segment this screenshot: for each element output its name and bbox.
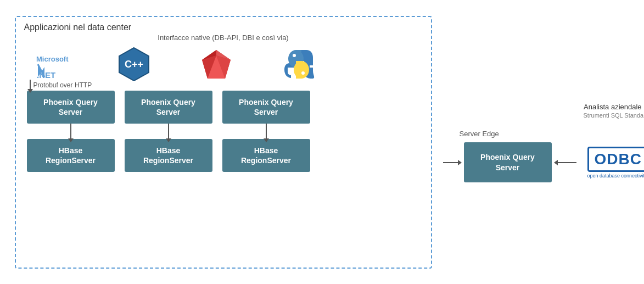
columns-area: Phoenix QueryServer HBaseRegionServer Ph… (24, 91, 423, 172)
server-edge-label: Server Edge (460, 130, 499, 138)
icons-row: Microsoft .NET C++ (24, 45, 423, 81)
diagram-container: Applicazioni nel data center Interfacce … (15, 8, 630, 277)
dotnet-icon-container: Microsoft .NET (30, 45, 74, 81)
svg-point-14 (293, 54, 296, 57)
arrow-col2 (168, 124, 169, 139)
native-label: Interfacce native (DB-API, DBI e così vi… (24, 34, 423, 42)
arrow-col3 (266, 124, 267, 139)
server-column-3: Phoenix QueryServer HBaseRegionServer (222, 91, 310, 172)
pqs-box-1: Phoenix QueryServer (27, 91, 115, 124)
cpp-icon-container: C++ (112, 47, 156, 81)
edge-pqs-box: Phoenix QueryServer (464, 142, 552, 182)
odbc-area: ODBC open database connectivity (587, 147, 645, 179)
arrow-col1 (70, 124, 71, 139)
ruby-icon (200, 48, 233, 81)
strumenti-label: Strumenti SQL Standard (584, 112, 644, 119)
right-panel: Analista aziendale + Strumenti SQL Stand… (443, 102, 645, 182)
cpp-icon: C++ (117, 47, 151, 81)
hbase-box-1: HBaseRegionServer (27, 139, 115, 172)
pqs-box-2: Phoenix QueryServer (125, 91, 212, 124)
analista-text: Analista aziendale (584, 103, 642, 111)
svg-text:C++: C++ (124, 59, 143, 70)
server-column-1: Phoenix QueryServer HBaseRegionServer (27, 91, 115, 172)
hbase-box-2: HBaseRegionServer (125, 139, 212, 172)
odbc-sub: open database connectivity (587, 173, 645, 179)
ruby-icon-container (194, 48, 238, 81)
protobuf-row: Protobuf over HTTP (30, 80, 92, 90)
edge-pqs-row: Phoenix QueryServer ODBC open database c… (443, 142, 645, 182)
datacenter-box: Applicazioni nel data center Interfacce … (15, 16, 432, 269)
python-icon (282, 48, 315, 81)
protobuf-label: Protobuf over HTTP (33, 81, 92, 89)
svg-text:Microsoft: Microsoft (36, 55, 69, 63)
dotnet-icon: Microsoft .NET (33, 45, 69, 81)
arrow-to-edge (443, 162, 458, 163)
odbc-logo: ODBC (587, 147, 645, 172)
analista-label-row: Analista aziendale + (584, 102, 644, 112)
arrow-from-odbc (557, 162, 576, 163)
svg-point-15 (301, 71, 305, 75)
pqs-box-3: Phoenix QueryServer (222, 91, 310, 124)
svg-rect-13 (296, 61, 301, 79)
dotnet-arrow (30, 80, 31, 90)
hbase-box-3: HBaseRegionServer (222, 139, 310, 172)
protobuf-area: Protobuf over HTTP (24, 80, 423, 91)
python-icon-container (277, 48, 321, 81)
analista-area: Analista aziendale + Strumenti SQL Stand… (584, 102, 644, 119)
svg-text:.NET: .NET (37, 70, 55, 80)
datacenter-label: Applicazioni nel data center (24, 23, 423, 32)
server-column-2: Phoenix QueryServer HBaseRegionServer (125, 91, 212, 172)
